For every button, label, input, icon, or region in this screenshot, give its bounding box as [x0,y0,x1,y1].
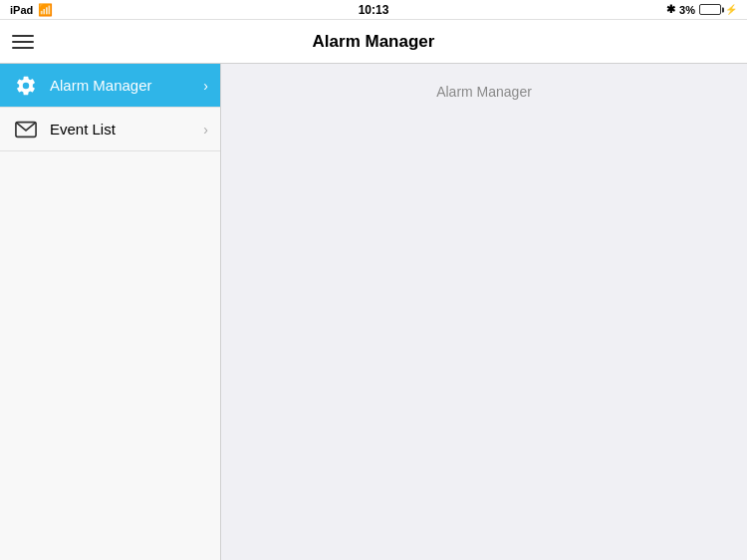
chevron-right-icon: › [203,78,208,94]
hamburger-line-3 [12,47,34,49]
status-bar-right: ✱ 3% ⚡ [666,3,737,16]
hamburger-line-2 [12,41,34,43]
content-title: Alarm Manager [436,84,532,100]
mail-icon [12,116,40,143]
content-area: Alarm Manager [221,64,747,560]
chevron-right-icon-2: › [203,122,208,138]
sidebar-alarm-manager-label: Alarm Manager [50,77,203,94]
nav-title: Alarm Manager [313,32,435,52]
gear-icon [12,72,40,100]
status-bar-time: 10:13 [359,3,389,17]
hamburger-button[interactable] [12,35,34,49]
sidebar-item-event-list[interactable]: Event List › [0,108,220,151]
sidebar: Alarm Manager › Event List › [0,64,221,560]
wifi-icon: 📶 [38,3,53,17]
sidebar-event-list-label: Event List [50,121,203,138]
status-bar-left: iPad 📶 [10,3,53,17]
sidebar-item-alarm-manager[interactable]: Alarm Manager › [0,64,220,108]
nav-bar: Alarm Manager [0,20,747,64]
charging-icon: ⚡ [725,4,737,15]
battery-percent: 3% [679,4,695,16]
bluetooth-icon: ✱ [666,3,675,16]
device-label: iPad [10,4,33,16]
hamburger-line-1 [12,35,34,37]
status-bar: iPad 📶 10:13 ✱ 3% ⚡ [0,0,747,20]
main-layout: Alarm Manager › Event List › Alarm Manag… [0,64,747,560]
battery-icon [699,4,721,15]
